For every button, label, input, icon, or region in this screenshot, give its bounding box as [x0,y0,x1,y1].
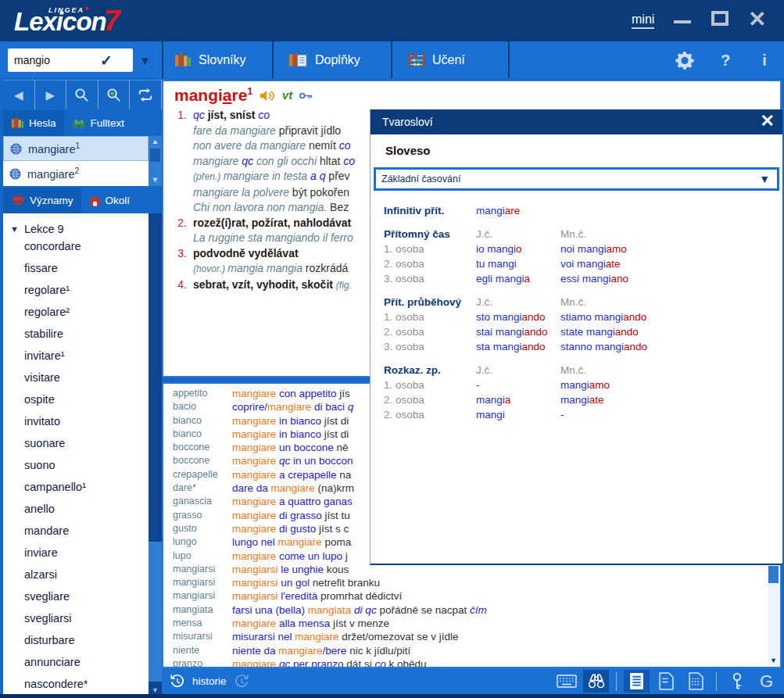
conjugation-table: Infinitiv přít.mangiarePřítomný časJ.č.M… [384,203,775,422]
headword-line: mangiare1 vt [174,86,780,105]
morphology-key-button-icon[interactable] [724,670,750,693]
word-item[interactable]: stabilire [3,323,149,345]
word-item[interactable]: anello [3,498,149,520]
word-item[interactable]: suono [3,454,149,476]
collocation-row[interactable]: misurarsimisurarsi nel mangiare držet/om… [163,630,780,643]
conjugation-row: 2. osobamangi- [384,407,775,422]
morphology-key-icon[interactable] [299,91,313,101]
history-forward-icon[interactable] [234,674,249,689]
title-bar: LINGEA• Lexicon7 mini ✕ [0,0,784,41]
word-item[interactable]: campanello¹ [3,476,149,498]
scroll-up-icon[interactable]: ▲ [152,136,159,147]
collapse-triangle-icon[interactable]: ▼ [10,224,19,234]
search-icon[interactable] [66,80,98,109]
headword-list-scrollbar[interactable]: ▲ ▼ [149,136,162,186]
swap-direction-icon[interactable] [130,80,162,109]
word-item[interactable]: invitare¹ [3,345,149,367]
close-button[interactable]: ✕ [748,6,766,32]
scrollbar-thumb[interactable] [149,213,162,542]
word-item[interactable]: invitato [3,410,149,432]
zoom-in-icon[interactable] [98,80,131,109]
search-confirm-icon[interactable]: ✓ [100,52,113,70]
search-input[interactable] [8,54,100,66]
tab-fulltext[interactable]: Fulltext [64,110,133,136]
scrollbar-thumb[interactable] [150,149,160,162]
full-entry-view-icon[interactable] [624,670,650,693]
tab-hesla[interactable]: Hesla [3,110,64,136]
word-item[interactable]: regolare² [3,301,149,323]
search-dropdown-icon[interactable]: ▼ [139,54,151,67]
scroll-down-icon[interactable]: ▼ [152,174,159,185]
tab-okoli[interactable]: Okolí [81,188,138,213]
sidebar-tabs-context: Významy Okolí [3,188,162,213]
history-back-icon[interactable] [170,674,185,689]
help-icon[interactable]: ? [714,49,736,71]
conjugation-row: Infinitiv přít.mangiare [384,203,775,218]
lesson-header[interactable]: ▼ Lekce 9 [3,213,149,235]
word-item[interactable]: regolare¹ [3,279,149,301]
back-button[interactable]: ◀ [3,80,35,109]
collocation-row[interactable]: nienteniente da mangiare/bere nic k jídl… [163,644,780,657]
word-item[interactable]: svegliarsi [3,607,149,629]
conjugation-row: 2. osobamangiamangiate [384,392,775,407]
search-box[interactable]: ✓ [8,48,133,72]
collocation-row[interactable]: mensamangiare alla mensa jíst v menze [163,617,780,630]
maximize-button[interactable] [711,11,729,26]
word-item[interactable]: fissare [3,257,149,279]
conjugation-row: 2. osobatu mangivoi mangiate [384,256,775,271]
word-item[interactable]: nascondere* [3,673,149,695]
info-icon[interactable]: i [754,49,775,71]
conjugation-row: 3. osobasta mangiandostanno mangiando [384,339,775,354]
addons-icon [289,53,308,67]
history-label[interactable]: historie [192,675,227,687]
mini-mode-link[interactable]: mini [632,13,654,29]
word-item[interactable]: concordare [3,235,149,257]
popup-title-bar[interactable]: Tvarosloví ✕ [371,109,782,134]
fulltext-search-binoculars-icon[interactable] [583,670,609,693]
tab-doplnky[interactable]: Doplňky [278,41,371,78]
word-item[interactable]: visitare [3,367,149,388]
headword-list-item[interactable]: mangiare1 [3,136,149,161]
tab-vyznamy[interactable]: Významy [3,188,81,213]
popup-close-icon[interactable]: ✕ [761,111,775,131]
word-list-scrollbar[interactable]: ▼ [149,213,162,695]
tab-slovniky[interactable]: Slovníky [163,41,256,78]
dropdown-arrow-icon[interactable]: ▼ [759,173,770,185]
word-item[interactable]: alzarsi [3,564,149,585]
minimize-button[interactable] [674,20,691,23]
conjugation-type-dropdown[interactable]: Základní časování ▼ [374,167,779,191]
scroll-down-icon[interactable]: ▼ [770,657,777,664]
scroll-down-icon[interactable]: ▼ [149,682,162,695]
tab-uceni[interactable]: Učení [397,41,476,78]
lesson-word-list: ▼ ▼ Lekce 9 concordarefissareregolare¹re… [3,213,162,695]
conjugation-row: 1. osobasto mangiandostiamo mangiando [384,310,775,324]
logo-lingea: LINGEA• [48,6,90,14]
word-item[interactable]: annunciare [3,651,149,673]
collocation-row[interactable]: mangiarsimangiarsi l'eredità promrhat dě… [163,589,780,603]
pronunciation-speaker-icon[interactable] [259,89,276,102]
scrollbar-thumb[interactable] [768,566,779,583]
word-item[interactable]: svegliare [3,585,149,607]
word-item[interactable]: mandare [3,520,149,542]
collocation-row[interactable]: pranzomangiare qc per pranzo dát si co k… [163,657,780,668]
headword-list-item[interactable]: mangiare2 [3,161,149,186]
word-item[interactable]: disturbare [3,629,149,651]
keyboard-icon[interactable] [553,670,579,693]
toolbar-separator [508,41,510,78]
word-item[interactable]: ospite [3,388,149,410]
word-item[interactable]: suonare [3,432,149,454]
app-window: LINGEA• Lexicon7 mini ✕ ✓ ▼ Slovníky Dop… [0,0,784,698]
forward-button[interactable]: ▶ [35,80,67,109]
bottombar-separator [716,672,717,691]
short-entry-view-icon[interactable] [653,670,679,693]
word-item[interactable]: inviare [3,542,149,564]
google-search-icon[interactable]: G [754,670,779,693]
collocation-row[interactable]: mangiatafarsi una (bella) mangiata di qc… [163,603,780,617]
collocation-row[interactable]: mangiarsimangiarsi un gol netrefit brank… [163,576,780,589]
logo-dot-icon: • [84,2,90,15]
popup-title: Tvarosloví [382,116,433,128]
dictionaries-icon [174,53,192,67]
lexicon-logo: LINGEA• Lexicon7 [14,5,120,38]
detailed-entry-view-icon[interactable] [683,670,709,693]
settings-gear-icon[interactable] [674,49,696,71]
